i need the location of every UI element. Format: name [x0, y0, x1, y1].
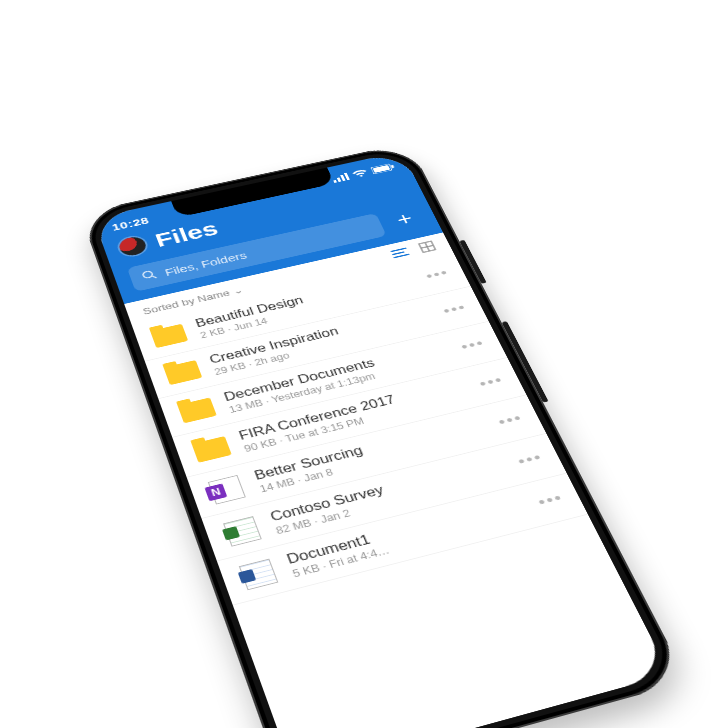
more-actions-button[interactable]: ••• [441, 300, 469, 318]
add-button[interactable]: + [385, 206, 425, 233]
svg-rect-3 [344, 173, 350, 180]
search-placeholder: Files, Folders [163, 249, 248, 278]
word-icon [237, 559, 280, 590]
more-actions-button[interactable]: ••• [515, 449, 545, 470]
svg-line-8 [152, 275, 156, 278]
battery-icon [370, 163, 395, 175]
svg-rect-0 [333, 180, 337, 183]
folder-icon [150, 323, 189, 349]
svg-line-11 [394, 254, 408, 257]
folder-icon [163, 359, 202, 385]
folder-icon [177, 397, 217, 424]
list-view-button[interactable] [390, 247, 411, 261]
svg-line-10 [393, 252, 404, 254]
more-actions-button[interactable]: ••• [477, 372, 506, 392]
svg-point-7 [142, 271, 153, 279]
svg-rect-2 [340, 175, 345, 181]
search-icon [140, 269, 158, 283]
svg-rect-1 [337, 177, 341, 182]
more-actions-button[interactable]: ••• [458, 336, 487, 355]
folder-icon [191, 435, 232, 463]
chevron-down-icon: ⌄ [231, 285, 245, 297]
more-actions-button[interactable]: ••• [495, 410, 525, 430]
avatar[interactable] [117, 235, 149, 258]
cellular-signal-icon [331, 173, 350, 183]
svg-line-9 [391, 248, 405, 251]
more-actions-button[interactable]: ••• [423, 266, 451, 284]
excel-icon [221, 516, 263, 546]
grid-view-button[interactable] [418, 240, 438, 255]
more-actions-button[interactable]: ••• [535, 489, 566, 511]
onenote-icon [206, 475, 247, 504]
